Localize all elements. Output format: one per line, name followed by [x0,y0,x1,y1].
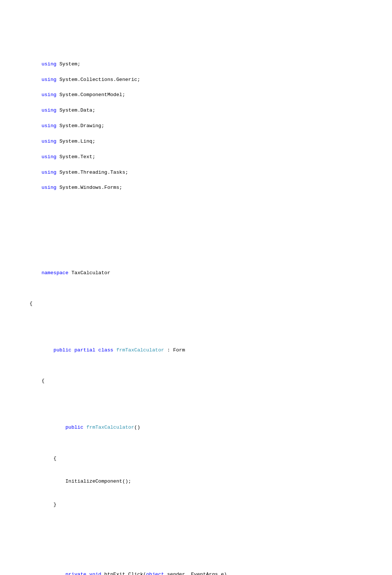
kw-using-3: using [41,92,56,98]
using-6-rest: System.Linq; [56,139,95,144]
using-2-rest: System.Collections.Generic; [56,77,140,82]
using-1-rest: System; [56,61,80,67]
using-3-rest: System.ComponentModel; [56,92,125,98]
kw-void-exit: void [86,572,102,575]
class-line: public partial class frmTaxCalculator : … [30,339,370,362]
indent-8 [41,425,65,430]
kw-namespace: namespace [41,270,68,276]
class-rest: : Form [164,347,185,353]
indent-4 [41,347,53,353]
class-name: frmTaxCalculator [113,347,164,353]
kw-using-2: using [41,77,56,82]
kw-using-7: using [41,154,56,160]
using-5-rest: System.Drawing; [56,123,104,129]
kw-using-1: using [41,61,56,67]
kw-public-class: public [54,347,72,353]
kw-partial: partial [71,347,95,353]
ctor-brace-close: } [30,501,370,509]
kw-using-4: using [41,108,56,113]
using-7-rest: System.Text; [56,154,95,160]
kw-private-exit: private [65,572,86,575]
ctor-brace-open: { [30,455,370,463]
using-8-rest: System.Threading.Tasks; [56,170,128,175]
ctor-parens: () [134,425,140,430]
kw-using-9: using [41,185,56,190]
namespace-line: namespace TaxCalculator [30,262,370,285]
btnexit-rest: sender, EventArgs e) [164,572,227,575]
ctor-name: frmTaxCalculator [83,425,134,430]
kw-class: class [98,347,113,353]
kw-using-8: using [41,170,56,175]
class-brace-open: { [30,377,370,385]
using-9-rest: System.Windows.Forms; [56,185,122,190]
using-4-rest: System.Data; [56,108,95,113]
btnexit-line: private void btnExit_Click(object sender… [30,563,370,575]
kw-public-ctor: public [65,425,83,430]
constructor-line: public frmTaxCalculator() [30,416,370,439]
code-editor: using System; using System.Collections.G… [30,22,370,575]
using-lines: using System; using System.Collections.G… [30,53,370,207]
ns-brace-open: { [30,300,370,308]
kw-using-6: using [41,139,56,144]
kw-object-exit: object [146,572,164,575]
ctor-body: InitializeComponent(); [30,478,370,486]
kw-using-5: using [41,123,56,129]
btnexit-name: btnExit_Click( [101,572,146,575]
indent-8b [41,572,65,575]
namespace-name: TaxCalculator [68,270,110,276]
